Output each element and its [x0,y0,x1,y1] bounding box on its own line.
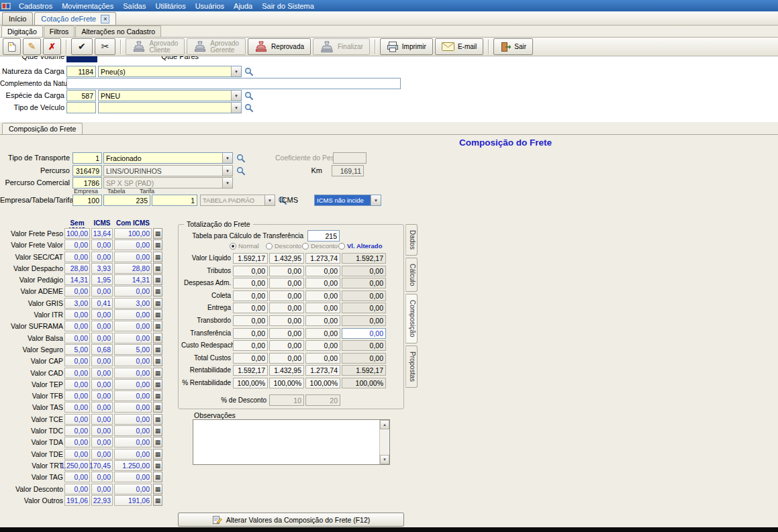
tabela-field[interactable]: 235 [103,195,150,206]
radio-normal[interactable]: Normal [230,242,259,250]
toolbar-email-button[interactable]: E-mail [435,38,483,55]
percurso-comercial-label: Percurso Comercial [0,177,70,189]
dropdown-arrow-icon[interactable]: ▼ [222,153,232,163]
scroll-down-icon[interactable]: ▼ [380,455,389,464]
side-tab-composicao[interactable]: Composição [405,294,418,343]
calculator-button[interactable]: ▦ [153,286,162,297]
calculator-button[interactable]: ▦ [153,298,162,309]
toolbar-sair-button[interactable]: Sair [493,38,533,55]
percurso-code-field[interactable]: 316479 [72,165,102,176]
percurso-combo[interactable]: LINS/OURINHOS ▼ [103,165,233,176]
toolbar-imprimir-button[interactable]: Imprimir [380,38,433,55]
radio-vl-alterado[interactable]: Vl. Alterado [338,242,382,250]
calculator-button[interactable]: ▦ [153,495,162,506]
observacoes-textarea[interactable]: ▲ ▼ [193,419,390,465]
calculator-button[interactable]: ▦ [153,368,162,378]
menu-cadastros[interactable]: Cadastros [14,1,57,11]
dropdown-arrow-icon[interactable]: ▼ [231,91,241,101]
tab-composicao-frete[interactable]: Composição do Frete [2,123,83,135]
calculator-button[interactable]: ▦ [153,484,162,494]
tipo-transporte-combo[interactable]: Fracionado ▼ [103,152,233,164]
tab-close-icon[interactable]: ✕ [101,15,109,23]
subtab-digitacao[interactable]: Digitação [1,25,43,37]
value-row-label: Valor ITR [1,311,63,319]
search-icon[interactable] [244,66,254,76]
tarifa-field[interactable]: 1 [152,195,197,206]
search-icon[interactable] [236,153,246,163]
side-tab-calculo[interactable]: Cálculo [405,258,418,292]
toolbar-confirmar-button[interactable]: ✔ [71,38,93,55]
icms-combo[interactable]: ICMS não incide ▼ [314,195,381,206]
totalizacao-group-title: Totalização do Frete [184,220,253,228]
side-tab-propostas[interactable]: Propostas [405,345,418,388]
calculator-button[interactable]: ▦ [153,333,162,343]
value-com-icms: 0,00 [114,402,152,413]
search-icon[interactable] [244,91,254,101]
calculator-button[interactable]: ▦ [153,228,162,239]
calculator-button[interactable]: ▦ [153,414,162,425]
natureza-combo[interactable]: Pneu(s) ▼ [98,66,242,77]
especie-combo[interactable]: PNEU ▼ [98,90,242,101]
calculator-button[interactable]: ▦ [153,449,162,460]
toolbar-reprovada-button[interactable]: Reprovada [248,38,311,55]
calculator-button[interactable]: ▦ [153,344,162,355]
total-row-label: Total Custos [181,353,231,364]
dropdown-arrow-icon[interactable]: ▼ [231,66,241,76]
natureza-code-field[interactable]: 1184 [66,66,96,77]
toolbar-excluir-button[interactable]: ✗ [43,38,61,55]
calculator-button[interactable]: ▦ [153,356,162,366]
tab-inicio[interactable]: Início [2,12,33,25]
alterar-valores-button[interactable]: Alterar Valores da Composição do Frete (… [178,513,404,527]
calculator-button[interactable]: ▦ [153,437,162,447]
radio-desconto-1[interactable]: Desconto 1 [266,242,307,250]
dropdown-arrow-icon[interactable]: ▼ [231,103,241,113]
menu-sair-do-sistema[interactable]: Sair do Sistema [257,1,319,11]
tabela-transferencia-field[interactable]: 215 [307,230,340,242]
observacoes-scrollbar[interactable]: ▲ ▼ [379,420,389,464]
calculator-button[interactable]: ▦ [153,240,162,250]
calculator-button[interactable]: ▦ [153,472,162,482]
toolbar-cortar-button[interactable]: ✂ [95,38,116,55]
calculator-button[interactable]: ▦ [153,402,162,413]
search-icon[interactable] [236,166,246,176]
total-cell[interactable]: 0,00 [342,328,386,339]
dropdown-arrow-icon[interactable]: ▼ [371,195,381,205]
complemento-field[interactable] [66,78,401,89]
values-col-header: ICMS [91,219,113,228]
toolbar-novo-button[interactable] [3,38,21,55]
toolbar-imprimir-label: Imprimir [402,44,426,50]
calculator-button[interactable]: ▦ [153,460,162,471]
menu-movimentacoes[interactable]: Movimentações [57,1,118,11]
search-icon[interactable] [244,103,254,113]
subtab-alteracoes-no-cadastro[interactable]: Alterações no Cadastro [75,25,161,37]
especie-code-field[interactable]: 587 [66,90,96,101]
side-tab-dados[interactable]: Dados [405,224,418,256]
menu-utilitarios[interactable]: Utilitários [150,1,190,11]
value-row-label: Valor SUFRAMA [1,322,63,330]
empresa-field[interactable]: 100 [72,195,102,206]
subtab-filtros[interactable]: Filtros [44,25,75,37]
menu-saidas[interactable]: Saídas [118,1,150,11]
total-cell: 0,00 [269,315,304,326]
value-row-label: Valor ADEME [1,287,63,295]
calculator-button[interactable]: ▦ [153,309,162,320]
tipo-transporte-code-field[interactable]: 1 [72,152,102,164]
menu-ajuda[interactable]: Ajuda [229,1,257,11]
toolbar-editar-button[interactable]: ✎ [23,38,41,55]
tab-cotacao-frete[interactable]: Cotação deFrete ✕ [34,12,116,25]
calculator-button[interactable]: ▦ [153,252,162,262]
tipo-veiculo-combo[interactable]: ▼ [98,102,242,113]
calculator-button[interactable]: ▦ [153,425,162,436]
qtde-volume-field[interactable] [66,56,97,62]
calculator-button[interactable]: ▦ [153,379,162,390]
calculator-button[interactable]: ▦ [153,321,162,331]
menu-usuarios[interactable]: Usuários [191,1,229,11]
calculator-button[interactable]: ▦ [153,390,162,401]
percurso-comercial-code-field[interactable]: 1786 [72,177,102,189]
dropdown-arrow-icon[interactable]: ▼ [222,166,232,176]
calculator-button[interactable]: ▦ [153,263,162,274]
calculator-button[interactable]: ▦ [153,274,162,285]
radio-desconto-2[interactable]: Desconto 2 [302,242,343,250]
scroll-up-icon[interactable]: ▲ [380,420,389,429]
tipo-veiculo-code-field[interactable] [66,102,96,113]
